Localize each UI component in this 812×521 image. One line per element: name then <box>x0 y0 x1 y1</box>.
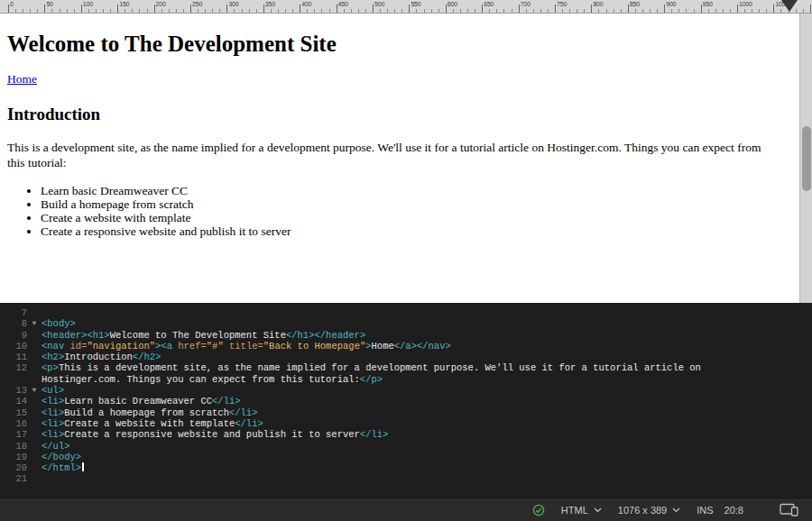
insert-mode-indicator: INS <box>697 505 713 516</box>
lint-ok-icon[interactable] <box>532 504 545 516</box>
language-label: HTML <box>561 505 588 516</box>
code-line[interactable]: 7 <box>0 307 812 318</box>
list-item[interactable]: Build a homepage from scratch <box>41 197 763 211</box>
code-text[interactable]: <nav id="navigation"><a href="#" title="… <box>42 341 812 352</box>
line-number: 20 <box>0 462 27 473</box>
code-text[interactable] <box>42 473 812 484</box>
code-line[interactable]: 9<header><h1>Welcome to The Development … <box>0 330 812 341</box>
fold-spacer <box>27 441 42 452</box>
fold-spacer <box>27 452 42 462</box>
ruler-label: 900 <box>666 1 676 7</box>
code-line[interactable]: 11<h2>Introduction</h2> <box>0 352 812 362</box>
ruler-label: 850 <box>630 1 640 7</box>
ruler-label: 400 <box>301 1 311 7</box>
code-line[interactable]: 19</body> <box>0 452 812 462</box>
ruler-label: 0 <box>10 1 14 7</box>
line-number: 18 <box>0 441 27 452</box>
code-text[interactable]: <ul> <box>42 385 812 396</box>
line-number: 16 <box>0 418 27 429</box>
preview-on-device-icon[interactable] <box>780 503 799 516</box>
code-fold-icon[interactable]: ▼ <box>27 318 42 329</box>
list-item[interactable]: Create a website with template <box>41 211 763 224</box>
ruler-label: 200 <box>156 1 166 7</box>
line-number: 10 <box>0 341 27 352</box>
design-view[interactable]: Welcome to The Development Site Home Int… <box>0 14 799 303</box>
page-title[interactable]: Welcome to The Development Site <box>7 32 763 57</box>
ruler-label: 800 <box>593 1 603 7</box>
window-size-dropdown[interactable]: 1076 x 389 <box>618 505 680 516</box>
feature-list: Learn basic Dreamweaver CCBuild a homepa… <box>7 184 763 239</box>
language-dropdown[interactable]: HTML <box>561 505 602 516</box>
ruler-resize-marker-icon[interactable] <box>781 0 798 12</box>
code-text[interactable]: </body> <box>42 452 812 462</box>
code-text[interactable]: <li>Learn basic Dreamweaver CC</li> <box>42 396 812 407</box>
code-line[interactable]: 21 <box>0 473 812 484</box>
fold-spacer <box>27 462 42 473</box>
cursor-position: 20:8 <box>724 505 743 516</box>
code-line[interactable]: 18</ul> <box>0 441 812 452</box>
code-view[interactable]: 78▼<body>9<header><h1>Welcome to The Dev… <box>0 303 812 498</box>
code-line[interactable]: 14<li>Learn basic Dreamweaver CC</li> <box>0 396 812 407</box>
code-text[interactable] <box>42 307 812 318</box>
code-line[interactable]: 12<p>This is a development site, as the … <box>0 362 812 385</box>
ruler-label: 250 <box>192 1 202 7</box>
line-number: 7 <box>0 307 27 318</box>
code-line[interactable]: 20</html> <box>0 462 812 473</box>
ruler-label: 50 <box>46 1 52 7</box>
window-size-label: 1076 x 389 <box>618 505 667 516</box>
ruler-label: 350 <box>265 1 275 7</box>
dreamweaver-window: 0501001502002503003504004505005506006507… <box>0 0 812 521</box>
line-number: 12 <box>0 362 27 385</box>
fold-spacer <box>27 407 42 418</box>
code-text[interactable]: </html> <box>42 462 812 473</box>
scrollbar-thumb[interactable] <box>802 126 811 191</box>
fold-spacer <box>27 362 42 385</box>
ruler-label: 300 <box>228 1 238 7</box>
ruler-label: 500 <box>374 1 384 7</box>
line-number: 11 <box>0 352 27 362</box>
chevron-down-icon <box>672 507 680 513</box>
code-text[interactable]: <li>Build a homepage from scratch</li> <box>42 407 812 418</box>
code-text[interactable]: <header><h1>Welcome to The Development S… <box>42 330 812 341</box>
fold-spacer <box>27 330 42 341</box>
line-number: 19 <box>0 452 27 462</box>
fold-spacer <box>27 307 42 318</box>
code-lines: 78▼<body>9<header><h1>Welcome to The Dev… <box>0 307 812 485</box>
code-text[interactable]: <li>Create a responsive website and publ… <box>42 429 812 440</box>
intro-paragraph[interactable]: This is a development site, as the name … <box>7 140 763 171</box>
line-number: 14 <box>0 396 27 407</box>
list-item[interactable]: Learn basic Dreamweaver CC <box>41 184 763 197</box>
code-line[interactable]: 17<li>Create a responsive website and pu… <box>0 429 812 440</box>
line-number: 9 <box>0 330 27 341</box>
ruler-label: 600 <box>448 1 457 7</box>
chevron-down-icon <box>594 507 602 513</box>
line-number: 8 <box>0 318 27 329</box>
home-link[interactable]: Home <box>7 72 37 86</box>
section-heading[interactable]: Introduction <box>7 105 763 124</box>
ruler-label: 750 <box>557 1 567 7</box>
ruler-label: 950 <box>703 1 713 7</box>
code-text[interactable]: <h2>Introduction</h2> <box>42 352 812 362</box>
code-line[interactable]: 16<li>Create a website with template</li… <box>0 418 812 429</box>
code-text[interactable]: <li>Create a website with template</li> <box>42 418 812 429</box>
code-fold-icon[interactable]: ▼ <box>27 385 42 396</box>
ruler-label: 150 <box>119 1 129 7</box>
fold-spacer <box>27 473 42 484</box>
code-line[interactable]: 8▼<body> <box>0 318 812 329</box>
ruler-label: 450 <box>338 1 348 7</box>
line-number: 15 <box>0 407 27 418</box>
ruler-label: 550 <box>411 1 420 7</box>
design-scrollbar[interactable] <box>799 14 812 303</box>
status-bar: HTML 1076 x 389 INS 20:8 <box>0 498 812 521</box>
code-text[interactable]: <p>This is a development site, as the na… <box>42 362 812 385</box>
list-item[interactable]: Create a responsive website and publish … <box>41 224 763 238</box>
code-line[interactable]: 13▼<ul> <box>0 385 812 396</box>
ruler[interactable]: 0501001502002503003504004505005506006507… <box>0 0 812 14</box>
code-text[interactable]: <body> <box>42 318 812 329</box>
code-line[interactable]: 10<nav id="navigation"><a href="#" title… <box>0 341 812 352</box>
fold-spacer <box>27 352 42 362</box>
code-text[interactable]: </ul> <box>42 441 812 452</box>
ruler-label: 1000 <box>739 1 752 7</box>
fold-spacer <box>27 429 42 440</box>
code-line[interactable]: 15<li>Build a homepage from scratch</li> <box>0 407 812 418</box>
